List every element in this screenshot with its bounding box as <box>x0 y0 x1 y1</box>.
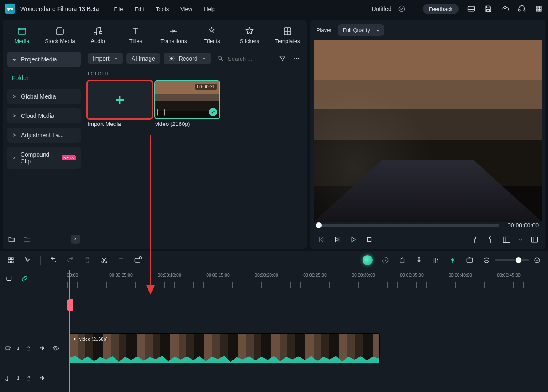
import-media-card[interactable]: + <box>88 81 152 118</box>
app-title: Wondershare Filmora 13 Beta <box>20 5 99 12</box>
svg-rect-25 <box>532 237 538 242</box>
ruler-tick: 00:00:30:00 <box>352 272 375 277</box>
prev-frame-button[interactable] <box>317 235 325 244</box>
stop-button[interactable] <box>365 235 373 244</box>
search-input[interactable] <box>227 55 257 62</box>
menu-help[interactable]: Help <box>204 6 215 12</box>
selection-tool-icon[interactable] <box>24 256 32 264</box>
layout-icon[interactable] <box>467 5 475 13</box>
menu-edit[interactable]: Edit <box>134 6 144 12</box>
mark-in-icon[interactable] <box>470 235 479 244</box>
delete-icon[interactable] <box>83 256 91 264</box>
svg-rect-7 <box>536 8 537 10</box>
menu-view[interactable]: View <box>180 6 192 12</box>
tab-media[interactable]: Media <box>6 24 38 47</box>
app-logo-icon <box>5 4 15 14</box>
more-options-icon[interactable] <box>293 54 301 63</box>
tracks-area[interactable]: 00:0000:00:05:0000:00:10:0000:00:15:0000… <box>67 270 548 392</box>
text-icon[interactable] <box>117 256 125 264</box>
collapse-sidebar-icon[interactable] <box>71 235 80 244</box>
import-dropdown[interactable]: Import <box>88 53 123 64</box>
lock-icon[interactable] <box>24 374 33 382</box>
audio-track-header[interactable]: 1 <box>0 364 67 392</box>
play-button[interactable] <box>349 235 357 244</box>
seek-slider[interactable] <box>317 224 499 227</box>
sidebar-item-global-media[interactable]: Global Media <box>7 89 81 104</box>
apps-grid-icon[interactable] <box>535 5 543 13</box>
menu-tools[interactable]: Tools <box>156 6 169 12</box>
ai-image-button[interactable]: AI Image <box>126 53 160 64</box>
quality-select[interactable]: Full Quality <box>338 24 384 36</box>
tab-stickers[interactable]: Stickers <box>234 24 266 47</box>
svg-rect-27 <box>12 258 14 260</box>
redo-icon[interactable] <box>66 256 75 264</box>
mute-icon[interactable] <box>38 344 46 352</box>
link-tracks-icon[interactable] <box>20 275 29 283</box>
preview-canvas[interactable] <box>314 40 542 222</box>
tab-templates[interactable]: Templates <box>271 24 304 47</box>
sidebar-item-cloud-media[interactable]: Cloud Media <box>7 108 81 123</box>
fullscreen-icon[interactable] <box>530 235 539 244</box>
split-icon[interactable] <box>449 256 457 264</box>
speed-icon[interactable] <box>381 256 390 264</box>
svg-rect-1 <box>468 6 475 11</box>
sidebar-item-compound-clip[interactable]: Compound Clip BETA <box>7 147 81 169</box>
tab-transitions-label: Transitions <box>160 38 187 44</box>
tab-audio[interactable]: Audio <box>82 24 114 47</box>
snapshot-icon[interactable] <box>465 256 474 264</box>
new-folder-icon[interactable] <box>8 235 16 243</box>
svg-rect-4 <box>536 6 537 8</box>
cloud-upload-icon[interactable] <box>501 5 509 13</box>
sync-status-icon[interactable] <box>398 5 406 13</box>
svg-point-22 <box>298 58 299 59</box>
svg-point-33 <box>139 257 141 259</box>
support-icon[interactable] <box>518 5 526 13</box>
video-track-header[interactable]: 1 <box>0 332 67 364</box>
tab-effects[interactable]: Effects <box>196 24 228 47</box>
tab-stock-media[interactable]: Stock Media <box>44 24 76 47</box>
mark-out-icon[interactable] <box>486 235 495 244</box>
stock-media-icon <box>55 26 65 36</box>
crop-icon[interactable] <box>134 256 142 264</box>
mute-icon[interactable] <box>38 374 46 382</box>
svg-point-21 <box>296 58 298 59</box>
zoom-slider[interactable] <box>495 259 529 261</box>
ai-assist-icon[interactable] <box>363 255 373 265</box>
zoom-in-icon[interactable] <box>533 256 541 264</box>
tab-titles[interactable]: Titles <box>120 24 152 47</box>
marker-icon[interactable] <box>398 256 406 264</box>
ruler-tick: 00:00:10:00 <box>158 272 181 277</box>
step-forward-button[interactable] <box>333 235 341 244</box>
menu-file[interactable]: File <box>114 6 123 12</box>
sidebar-item-project-media[interactable]: Project Media <box>7 52 81 67</box>
add-track-icon[interactable] <box>5 275 13 283</box>
feedback-button[interactable]: Feedback <box>423 4 459 14</box>
undo-icon[interactable] <box>49 256 58 264</box>
sidebar-item-label: Project Media <box>21 56 57 63</box>
tab-transitions[interactable]: Transitions <box>158 24 190 47</box>
lock-icon[interactable] <box>24 344 33 352</box>
svg-point-42 <box>55 347 56 349</box>
sidebar-item-adjustment-layer[interactable]: Adjustment La... <box>7 128 81 143</box>
voiceover-icon[interactable] <box>415 256 423 264</box>
import-label: Import <box>93 55 110 62</box>
timeline-clip[interactable]: video (2160p) <box>69 334 379 363</box>
visibility-icon[interactable] <box>51 344 60 352</box>
audio-mixer-icon[interactable] <box>432 256 440 264</box>
track-number: 1 <box>17 346 19 351</box>
record-dropdown[interactable]: Record <box>164 53 211 64</box>
aspect-ratio-icon[interactable] <box>502 235 511 244</box>
zoom-out-icon[interactable] <box>482 256 491 264</box>
playhead[interactable] <box>69 270 70 392</box>
cut-icon[interactable] <box>100 256 108 264</box>
save-icon[interactable] <box>484 5 492 13</box>
ruler-tick: 00:00:05:00 <box>109 272 132 277</box>
sidebar-item-folder[interactable]: Folder <box>7 71 81 85</box>
grid-view-icon[interactable] <box>7 256 15 264</box>
filter-icon[interactable] <box>278 54 287 63</box>
video-clip-card[interactable]: 00:00:31 <box>155 81 219 118</box>
time-ruler[interactable]: 00:0000:00:05:0000:00:10:0000:00:15:0000… <box>67 270 548 288</box>
timeline-zoom <box>482 256 541 264</box>
chevron-down-icon[interactable] <box>518 237 523 242</box>
sidebar-item-label: Global Media <box>21 93 56 100</box>
